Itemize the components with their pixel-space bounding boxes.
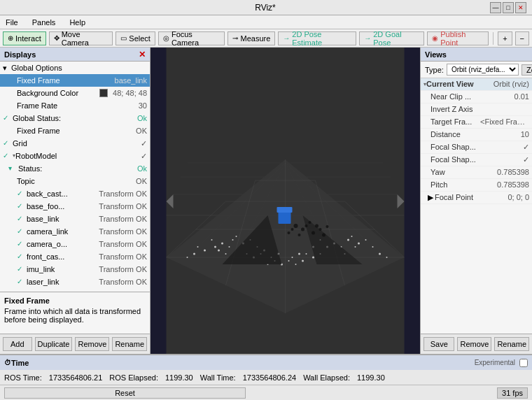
move-camera-label: Move Camera	[62, 30, 108, 47]
title-bar: RViz* — □ ✕	[0, 0, 532, 15]
add-display-button[interactable]: +	[498, 31, 512, 45]
rm-imu-link-item[interactable]: ✓ imu_link Transform OK	[0, 263, 150, 276]
focal-shape1-row[interactable]: Focal Shap... ✓	[421, 141, 532, 154]
3d-viewport[interactable]	[150, 48, 420, 354]
remove-display-button[interactable]: −	[515, 31, 529, 45]
focal-shape1-val: ✓	[523, 142, 529, 152]
minimize-button[interactable]: —	[490, 2, 501, 13]
interact-label: Interact	[15, 34, 41, 43]
current-view-header[interactable]: ▾ Current View Orbit (rviz)	[421, 78, 532, 91]
yaw-row[interactable]: Yaw 0.785398	[421, 166, 532, 179]
rm-imu-link-label: imu_link	[27, 264, 96, 275]
robot-model-item[interactable]: ✓ ▾ RobotModel ✓	[0, 150, 150, 162]
measure-label: Measure	[240, 34, 270, 43]
svg-point-55	[302, 260, 304, 262]
svg-point-79	[319, 228, 322, 231]
focus-camera-button[interactable]: ◎ Focus Camera	[158, 31, 225, 45]
reset-button[interactable]: Reset	[4, 387, 246, 399]
pose-estimate-button[interactable]: → 2D Pose Estimate	[278, 31, 356, 45]
target-frame-row[interactable]: Target Fra... <Fixed Frame>	[421, 116, 532, 129]
viewport-panel[interactable]	[150, 48, 420, 354]
experimental-checkbox[interactable]	[519, 359, 528, 367]
views-type-row: Type: Orbit (rviz_defa... Zero	[421, 62, 532, 78]
global-status-check: ✓	[3, 113, 13, 124]
svg-point-25	[214, 246, 216, 248]
target-frame-key: Target Fra...	[430, 117, 480, 127]
focal-expand[interactable]: ▶	[428, 192, 435, 203]
publish-point-button[interactable]: ◉ Publish Point	[427, 31, 489, 45]
rm-back-cast-item[interactable]: ✓ back_cast... Transform OK	[0, 187, 150, 200]
focal-point-row[interactable]: ▶ Focal Point 0; 0; 0	[421, 192, 532, 204]
move-camera-button[interactable]: ✥ Move Camera	[49, 31, 113, 45]
svg-point-72	[288, 231, 290, 234]
views-zero-button[interactable]: Zero	[522, 64, 532, 76]
frame-rate-key: Frame Rate	[17, 100, 136, 111]
rm-front-cas-item[interactable]: ✓ front_cas... Transform OK	[0, 250, 150, 263]
yaw-key: Yaw	[430, 167, 497, 178]
fixed-frame-item[interactable]: Fixed Frame base_link	[0, 74, 150, 87]
svg-point-76	[309, 221, 312, 224]
views-type-dropdown[interactable]: Orbit (rviz_defa...	[447, 64, 519, 76]
add-button[interactable]: Add	[3, 337, 32, 351]
toolbar: ⊕ Interact ✥ Move Camera ▭ Select ◎ Focu…	[0, 29, 532, 48]
rm-back-cast-label: back_cast...	[27, 188, 96, 199]
distance-row[interactable]: Distance 10	[421, 129, 532, 141]
pitch-row[interactable]: Pitch 0.785398	[421, 179, 532, 192]
invert-z-row[interactable]: Invert Z Axis	[421, 103, 532, 116]
rm-topic-item[interactable]: Topic OK	[0, 175, 150, 187]
fixed-frame-row[interactable]: Fixed Frame OK	[0, 124, 150, 137]
svg-point-59	[306, 253, 307, 255]
close-button[interactable]: ✕	[515, 2, 526, 13]
near-clip-key: Near Clip ...	[430, 92, 514, 102]
grid-value: ✓	[141, 138, 147, 149]
remove-button[interactable]: Remove	[75, 337, 109, 351]
menu-file[interactable]: File	[3, 17, 21, 28]
focus-camera-label: Focus Camera	[172, 30, 220, 47]
grid-label: Grid	[13, 138, 138, 149]
rm-status-check: ▾	[8, 163, 18, 174]
near-clip-row[interactable]: Near Clip ... 0.01	[421, 91, 532, 103]
rename-button[interactable]: Rename	[112, 337, 147, 351]
svg-point-40	[351, 236, 353, 237]
rm-camera-link-item[interactable]: ✓ camera_link Transform OK	[0, 225, 150, 238]
rm-base-link-item[interactable]: ✓ base_link Transform OK	[0, 213, 150, 225]
invert-z-key: Invert Z Axis	[430, 104, 529, 115]
rename-view-button[interactable]: Rename	[494, 337, 529, 351]
rm-laser-link-label: laser_link	[27, 276, 96, 287]
desc-title: Fixed Frame	[4, 297, 146, 305]
menu-panels[interactable]: Panels	[29, 17, 59, 28]
background-color-item[interactable]: Background Color 48; 48; 48	[0, 87, 150, 99]
focal-point-val: 0; 0; 0	[507, 192, 529, 203]
svg-point-81	[326, 225, 329, 228]
goal-pose-button[interactable]: → 2D Goal Pose	[359, 31, 424, 45]
measure-button[interactable]: ⊸ Measure	[227, 31, 275, 45]
remove-view-button[interactable]: Remove	[457, 337, 491, 351]
svg-point-24	[225, 253, 227, 255]
svg-point-54	[295, 264, 297, 265]
svg-point-36	[347, 239, 349, 241]
maximize-button[interactable]: □	[503, 2, 514, 13]
rm-laser-link-item[interactable]: ✓ laser_link Transform OK	[0, 276, 150, 288]
menu-help[interactable]: Help	[66, 17, 88, 28]
grid-item[interactable]: ✓ Grid ✓	[0, 137, 150, 150]
global-status-item[interactable]: ✓ Global Status: Ok	[0, 112, 150, 124]
time-header-label: Time	[11, 359, 29, 367]
toolbar-separator	[493, 32, 493, 45]
publish-point-label: Publish Point	[440, 30, 484, 47]
rm-camera-o-item[interactable]: ✓ camera_o... Transform OK	[0, 238, 150, 250]
interact-button[interactable]: ⊕ Interact	[3, 31, 46, 45]
focal-shape2-row[interactable]: Focal Shap... ✓	[421, 154, 532, 166]
time-content: ROS Time: 1733564806.21 ROS Elapsed: 119…	[0, 370, 532, 385]
focal-point-key: Focal Point	[435, 192, 507, 203]
global-options-item[interactable]: ▾ Global Options	[0, 62, 150, 74]
select-button[interactable]: ▭ Select	[115, 31, 155, 45]
duplicate-button[interactable]: Duplicate	[35, 337, 73, 351]
svg-point-41	[358, 243, 360, 245]
displays-panel-close[interactable]: ✕	[139, 50, 146, 59]
svg-point-43	[365, 239, 367, 241]
rm-base-foo-item[interactable]: ✓ base_foo... Transform OK	[0, 200, 150, 213]
focal-shape2-val: ✓	[523, 155, 529, 165]
save-view-button[interactable]: Save	[424, 337, 454, 351]
rm-status-item[interactable]: ▾ Status: Ok	[0, 162, 150, 175]
frame-rate-item[interactable]: Frame Rate 30	[0, 99, 150, 112]
